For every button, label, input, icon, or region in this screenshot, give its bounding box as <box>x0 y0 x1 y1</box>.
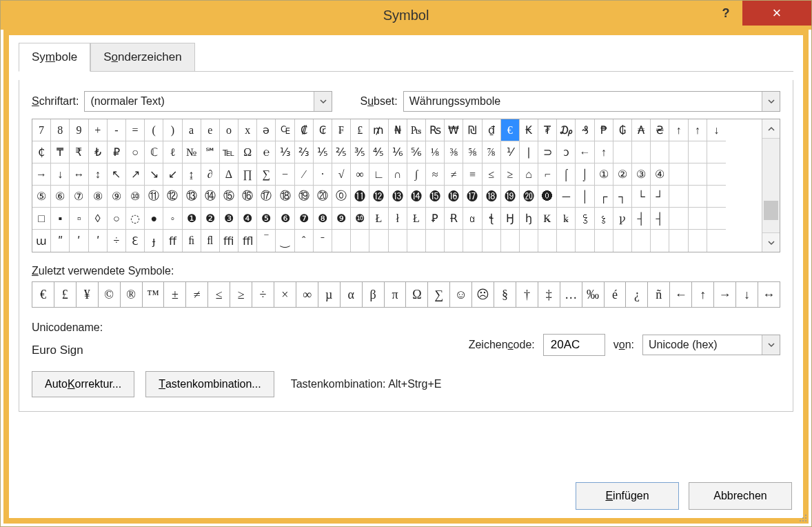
symbol-cell[interactable]: ⓫ <box>351 186 369 208</box>
recent-symbol-cell[interactable]: α <box>341 282 363 307</box>
symbol-cell[interactable]: ⓲ <box>483 186 501 208</box>
recent-symbol-cell[interactable]: ↑ <box>692 282 714 307</box>
recent-symbol-cell[interactable]: ™ <box>143 282 165 307</box>
symbol-cell[interactable]: 9 <box>70 119 88 141</box>
symbol-cell[interactable]: ❸ <box>220 208 238 230</box>
recent-symbol-cell[interactable]: ↔ <box>758 282 780 307</box>
symbol-cell[interactable]: ❷ <box>201 208 220 230</box>
symbol-cell[interactable]: ⑱ <box>276 186 294 208</box>
symbol-cell[interactable]: ▫ <box>70 208 88 230</box>
symbol-cell[interactable]: e <box>201 119 220 141</box>
symbol-cell[interactable]: o <box>220 119 238 141</box>
symbol-cell[interactable]: ℂ <box>145 141 163 163</box>
charcode-input[interactable] <box>543 334 605 356</box>
symbol-cell[interactable]: a <box>183 119 201 141</box>
symbol-cell[interactable]: ↕ <box>89 163 108 186</box>
recent-symbol-cell[interactable]: ← <box>670 282 692 307</box>
tab-symbols[interactable]: Symbole <box>19 43 90 72</box>
symbol-cell[interactable] <box>501 230 520 252</box>
symbol-cell[interactable]: ⑦ <box>70 186 88 208</box>
symbol-cell[interactable]: ❽ <box>314 208 332 230</box>
symbol-cell[interactable] <box>707 208 726 230</box>
symbol-cell[interactable]: ↑ <box>595 141 613 163</box>
symbol-cell[interactable] <box>445 230 463 252</box>
symbol-cell[interactable] <box>669 141 688 163</box>
symbol-cell[interactable]: ₵ <box>32 141 51 163</box>
symbol-cell[interactable]: ┌ <box>595 186 613 208</box>
symbol-cell[interactable]: ≠ <box>445 163 463 186</box>
symbol-cell[interactable]: ② <box>613 163 632 186</box>
symbol-cell[interactable]: Ɍ <box>445 208 463 230</box>
symbol-cell[interactable]: ⊃ <box>538 141 557 163</box>
symbol-cell[interactable] <box>520 230 538 252</box>
symbol-cell[interactable]: ≤ <box>483 163 501 186</box>
symbol-cell[interactable]: ʺ <box>51 230 70 252</box>
symbol-cell[interactable]: ≥ <box>501 163 520 186</box>
symbol-cell[interactable] <box>463 230 482 252</box>
symbol-cell[interactable] <box>669 208 688 230</box>
symbol-cell[interactable]: ① <box>595 163 613 186</box>
symbol-cell[interactable]: ↔ <box>70 163 88 186</box>
symbol-cell[interactable]: ɟ <box>145 230 163 252</box>
resize-grip-icon[interactable] <box>796 511 807 522</box>
symbol-cell[interactable]: ə <box>257 119 276 141</box>
symbol-cell[interactable]: ↄ <box>557 141 576 163</box>
recent-symbol-cell[interactable]: ∑ <box>428 282 450 307</box>
symbol-cell[interactable]: ⓬ <box>369 186 388 208</box>
autocorrect-button[interactable]: AutoKorrektur... <box>32 371 134 397</box>
symbol-cell[interactable]: ₪ <box>463 119 482 141</box>
symbol-cell[interactable] <box>669 186 688 208</box>
symbol-cell[interactable]: ● <box>145 208 163 230</box>
symbol-cell[interactable]: □ <box>32 208 51 230</box>
symbol-cell[interactable]: ℠ <box>201 141 220 163</box>
symbol-cell[interactable]: ③ <box>632 163 651 186</box>
symbol-cell[interactable]: № <box>183 141 201 163</box>
symbol-cell[interactable]: ⓭ <box>389 186 407 208</box>
chevron-down-icon[interactable] <box>314 92 332 111</box>
symbol-cell[interactable]: ┘ <box>651 186 669 208</box>
symbol-cell[interactable] <box>689 208 707 230</box>
symbol-cell[interactable]: 7 <box>32 119 51 141</box>
recent-symbol-cell[interactable]: ∞ <box>296 282 318 307</box>
symbol-cell[interactable]: ∞ <box>351 163 369 186</box>
symbol-cell[interactable] <box>613 141 632 163</box>
symbol-cell[interactable]: ↙ <box>163 163 182 186</box>
symbol-cell[interactable]: ₢ <box>314 119 332 141</box>
symbol-cell[interactable]: ◦ <box>163 208 182 230</box>
symbol-cell[interactable] <box>407 230 426 252</box>
symbol-cell[interactable]: ˆ <box>295 230 314 252</box>
symbol-cell[interactable]: ₰ <box>576 119 594 141</box>
symbol-cell[interactable]: Ω <box>238 141 257 163</box>
recent-symbol-cell[interactable]: ‰ <box>582 282 605 307</box>
symbol-cell[interactable]: ≈ <box>426 163 445 186</box>
symbol-cell[interactable]: ─ <box>557 186 576 208</box>
symbol-cell[interactable] <box>689 230 707 252</box>
recent-symbol-cell[interactable]: ± <box>164 282 186 307</box>
symbol-cell[interactable]: ⑭ <box>201 186 220 208</box>
symbol-cell[interactable]: Δ <box>220 163 238 186</box>
symbol-cell[interactable]: ‿ <box>276 230 294 252</box>
symbol-cell[interactable]: x <box>238 119 257 141</box>
symbol-cell[interactable] <box>707 186 726 208</box>
symbol-cell[interactable] <box>595 230 613 252</box>
symbol-cell[interactable]: → <box>32 163 51 186</box>
recent-symbol-cell[interactable]: ¿ <box>626 282 648 307</box>
symbol-cell[interactable]: ⓳ <box>501 186 520 208</box>
symbol-cell[interactable]: ⅝ <box>463 141 482 163</box>
symbol-cell[interactable]: ⅟ <box>501 141 520 163</box>
recent-symbol-cell[interactable]: ‡ <box>538 282 560 307</box>
recent-symbol-cell[interactable]: Ω <box>406 282 428 307</box>
close-button[interactable]: × <box>742 1 811 26</box>
symbol-cell[interactable] <box>369 230 388 252</box>
symbol-cell[interactable]: ┤ <box>651 208 669 230</box>
recent-symbol-cell[interactable]: π <box>385 282 407 307</box>
recent-symbol-cell[interactable]: ≤ <box>208 282 230 307</box>
recent-symbol-cell[interactable]: ñ <box>648 282 670 307</box>
recent-symbol-cell[interactable]: ≠ <box>186 282 208 307</box>
symbol-cell[interactable]: ⅚ <box>407 141 426 163</box>
symbol-cell[interactable]: ❿ <box>351 208 369 230</box>
symbol-cell[interactable] <box>707 141 726 163</box>
symbol-cell[interactable]: ꞎ <box>483 208 501 230</box>
recent-symbol-cell[interactable]: © <box>99 282 121 307</box>
recent-symbol-cell[interactable]: ↓ <box>736 282 758 307</box>
